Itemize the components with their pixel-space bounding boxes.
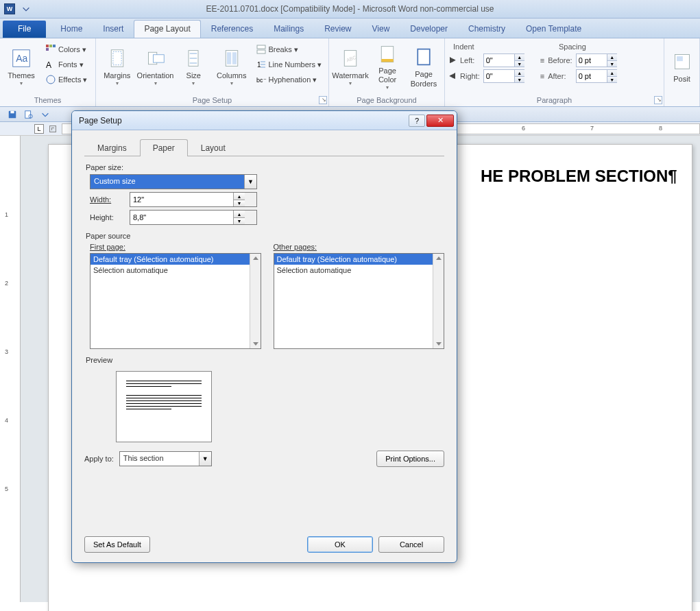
colors-button[interactable]: Colors ▾ [43,43,90,56]
print-options-button[interactable]: Print Options... [376,451,444,467]
line-numbers-button[interactable]: 1Line Numbers ▾ [253,58,324,71]
page-borders-label: Page Borders [408,70,439,88]
preview-icon[interactable] [22,108,36,121]
svg-rect-26 [677,56,683,61]
margins-button[interactable]: Margins▾ [100,43,134,92]
spacing-after-icon: ≡ [540,72,544,80]
spacing-after-input[interactable]: ▲▼ [576,69,617,83]
scrollbar[interactable] [250,254,261,348]
document-heading: HE PROBLEM SECTION¶ [481,167,677,186]
vertical-ruler[interactable]: 1 2 3 4 5 [0,136,21,602]
tab-insert[interactable]: Insert [93,20,134,38]
dialog-title: Page Setup [79,116,122,125]
fonts-button[interactable]: AFonts ▾ [43,58,90,71]
indent-right-label: Right: [460,72,480,80]
list-item[interactable]: Default tray (Sélection automatique) [274,254,444,265]
svg-point-7 [47,75,55,84]
tab-view[interactable]: View [362,20,400,38]
group-page-background: ABCWatermark▾ Page Color▾ Page Borders P… [329,38,445,106]
cancel-button[interactable]: Cancel [378,536,444,553]
columns-button[interactable]: Columns▾ [215,43,249,92]
columns-label: Columns [217,71,246,80]
position-icon [671,51,693,73]
hyphenation-button[interactable]: bc⁻Hyphenation ▾ [253,73,324,86]
svg-rect-23 [381,59,394,62]
preview-label: Preview [86,356,444,364]
effects-button[interactable]: Effects ▾ [43,73,90,86]
vruler-5: 5 [5,486,8,492]
close-icon[interactable]: ✕ [426,115,454,127]
dialog-tab-layout[interactable]: Layout [188,139,239,156]
vruler-1: 1 [5,211,8,218]
colors-label: Colors [58,45,80,53]
apply-to-combo[interactable]: This section ▼ [119,451,212,466]
indent-left-icon: ⯈ [449,56,457,64]
margins-icon [106,47,128,69]
titlebar: W EE-2011.0701.docx [Compatibility Mode]… [0,0,700,19]
tab-review[interactable]: Review [314,20,361,38]
dialog-tab-paper[interactable]: Paper [140,139,188,156]
orientation-button[interactable]: Orientation▾ [138,43,173,92]
chevron-down-icon[interactable]: ▼ [244,175,256,189]
position-button[interactable]: Posit [668,43,695,92]
save-icon[interactable] [5,108,19,121]
window-title: EE-2011.0701.docx [Compatibility Mode] -… [206,4,494,14]
ruler-tick-8: 8 [659,125,662,132]
tab-selector[interactable]: L [34,124,44,134]
themes-icon: Aa [10,47,32,69]
breaks-button[interactable]: Breaks ▾ [253,43,324,56]
other-pages-listbox[interactable]: Default tray (Sélection automatique) Sél… [274,253,445,349]
page-color-button[interactable]: Page Color▾ [372,43,403,92]
group-arrange-label [668,103,695,106]
group-themes-label: Themes [4,95,91,106]
paragraph-launcher[interactable]: ↘ [654,96,662,104]
dialog-tab-margins[interactable]: Margins [84,139,140,156]
svg-rect-24 [418,49,430,65]
svg-rect-5 [46,48,49,51]
scrollbar[interactable] [433,254,444,348]
themes-button[interactable]: Aa Themes▾ [4,43,38,92]
apply-to-label: Apply to: [84,455,114,463]
set-default-button[interactable]: Set As Default [84,536,150,553]
qat-dropdown[interactable] [19,2,33,16]
tab-home[interactable]: Home [50,20,93,38]
ruler-tick-7: 7 [590,125,594,132]
file-tab[interactable]: File [3,21,46,38]
themes-label: Themes [8,71,35,80]
indent-right-input[interactable]: ▲▼ [483,69,524,83]
ribbon-tab-row: File Home Insert Page Layout References … [0,19,700,38]
group-themes: Aa Themes▾ Colors ▾ AFonts ▾ Effects ▾ T… [0,38,96,106]
paper-size-combo[interactable]: Custom size ▼ [90,174,257,189]
help-icon[interactable]: ? [409,115,425,127]
watermark-button[interactable]: ABCWatermark▾ [333,43,367,92]
group-paragraph: Indent Spacing ⯈ Left: ▲▼ ⯇ Right: ▲▼ ≡ … [445,38,664,106]
list-item[interactable]: Default tray (Sélection automatique) [90,254,261,265]
list-item[interactable]: Sélection automatique [274,265,444,276]
tab-mailings[interactable]: Mailings [263,20,314,38]
ruler-toggle[interactable] [49,125,56,132]
columns-icon [221,47,243,69]
svg-text:Aa: Aa [16,53,27,64]
width-input[interactable]: ▲▼ [130,192,257,207]
tab-chemistry[interactable]: Chemistry [458,20,516,38]
page-borders-button[interactable]: Page Borders [407,43,440,92]
tab-developer[interactable]: Developer [400,20,458,38]
group-arrange: Posit [664,38,700,106]
indent-left-input[interactable]: ▲▼ [483,53,524,67]
first-page-listbox[interactable]: Default tray (Sélection automatique) Sél… [90,253,261,349]
page-setup-launcher[interactable]: ↘ [319,96,327,104]
spacing-before-label: Before: [548,56,572,64]
ok-button[interactable]: OK [307,536,373,553]
height-input[interactable]: ▲▼ [130,210,257,225]
size-button[interactable]: Size▾ [177,43,211,92]
qat-customize-icon[interactable] [38,108,52,121]
tab-references[interactable]: References [201,20,263,38]
spacing-before-input[interactable]: ▲▼ [576,53,617,67]
paper-size-label: Paper size: [86,163,444,171]
chevron-down-icon[interactable]: ▼ [199,452,211,466]
svg-rect-17 [257,50,265,53]
list-item[interactable]: Sélection automatique [90,265,261,276]
tab-page-layout[interactable]: Page Layout [134,20,200,38]
tab-open-template[interactable]: Open Template [516,20,592,38]
dialog-titlebar[interactable]: Page Setup ? ✕ [72,111,457,130]
